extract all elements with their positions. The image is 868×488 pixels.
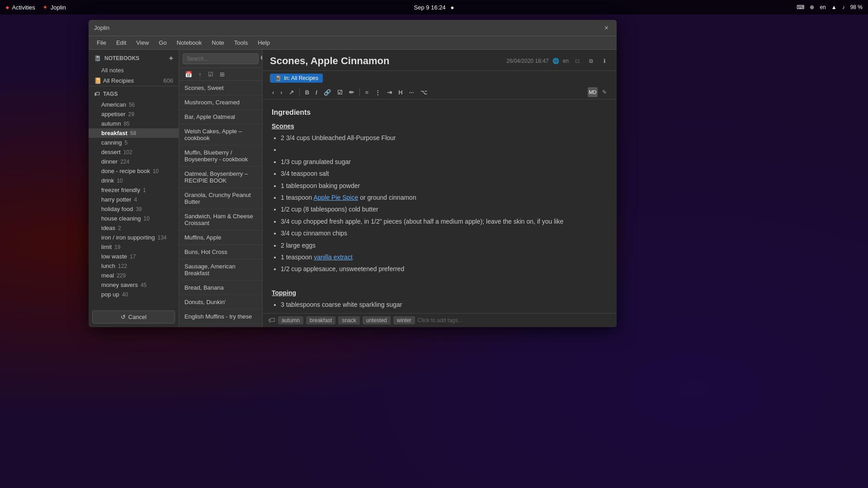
tag-pop-up[interactable]: pop up 40 <box>89 290 179 299</box>
menu-edit[interactable]: Edit <box>112 38 131 48</box>
taskbar-datetime: Sep 9 16:24 <box>414 4 446 11</box>
grid-icon-btn[interactable]: ⊞ <box>217 70 227 79</box>
editor-title: Scones, Apple Cinnamon <box>270 55 389 67</box>
note-mushroom-creamed[interactable]: Mushroom, Creamed <box>179 95 262 110</box>
note-bread-english-muffin[interactable]: Bread, English Muffin <box>179 324 262 327</box>
tag-money-savers[interactable]: money savers 45 <box>89 280 179 290</box>
check-icon-btn[interactable]: ☑ <box>206 70 216 79</box>
menu-file[interactable]: File <box>92 38 111 48</box>
italic-button[interactable]: I <box>313 88 320 97</box>
tag-snack-badge[interactable]: snack <box>338 316 359 324</box>
sidebar-all-notes[interactable]: All notes <box>89 65 179 75</box>
editor-toolbar: ‹ › ↗ B I 🔗 ☑ ✏ ≡ ⋮ ⇥ H ··· ⌥ MD ✎ <box>263 85 617 99</box>
ingredient-8: 3/4 cup chopped fresh apple, in 1/2" pie… <box>281 216 608 226</box>
menu-view[interactable]: View <box>132 38 153 48</box>
note-donuts-dunkin[interactable]: Donuts, Dunkin' <box>179 295 262 310</box>
tag-done-recipe-book[interactable]: done - recipe book 10 <box>89 166 179 176</box>
ordered-list-button[interactable]: ⋮ <box>373 88 383 97</box>
joplin-window: Joplin × File Edit View Go Notebook Note… <box>89 20 617 327</box>
ingredient-9: 3/4 cup cinnamon chips <box>281 228 608 238</box>
menu-help[interactable]: Help <box>253 38 274 48</box>
code-button[interactable]: ⌥ <box>418 88 429 97</box>
taskbar-center: Sep 9 16:24 ● <box>414 4 454 11</box>
tag-holiday-food[interactable]: holiday food 39 <box>89 204 179 214</box>
notes-toolbar: 📅 ↑ ☑ ⊞ <box>179 68 262 81</box>
tag-dinner[interactable]: dinner 224 <box>89 157 179 166</box>
editor-content: Ingredients Scones 2 3/4 cups Unbleached… <box>263 99 617 313</box>
bullet-list-button[interactable]: ≡ <box>363 88 371 97</box>
vanilla-extract-link[interactable]: vanilla extract <box>314 253 353 261</box>
taskbar-joplin[interactable]: ✦ Joplin <box>42 4 66 11</box>
tag-autumn[interactable]: autumn 85 <box>89 119 179 128</box>
note-bar-apple-oatmeal[interactable]: Bar, Apple Oatmeal <box>179 110 262 124</box>
search-input[interactable] <box>183 53 259 64</box>
indent-button[interactable]: ⇥ <box>385 88 394 97</box>
external-link-button[interactable]: ↗ <box>287 88 296 97</box>
menu-tools[interactable]: Tools <box>230 38 252 48</box>
notebook-icon: 📓 <box>94 55 101 61</box>
calendar-icon-btn[interactable]: 📅 <box>183 70 194 79</box>
taskbar-activities[interactable]: ● Activities <box>5 4 35 11</box>
note-oatmeal-boysenberry[interactable]: Oatmeal, Boysenberry – RECIPIE BOOK <box>179 167 262 188</box>
globe-icon: 🌐 <box>552 58 559 64</box>
tag-winter-badge[interactable]: winter <box>393 316 415 324</box>
tag-untested-badge[interactable]: untested <box>363 316 391 324</box>
tag-add-hint[interactable]: Click to add tags... <box>418 317 462 324</box>
editor-notebook-tag[interactable]: 📓 In: All Recipes <box>270 74 323 83</box>
sidebar: 📓 NOTEBOOKS + All notes 📔 All Recipies 6… <box>89 50 179 327</box>
tag-low-waste[interactable]: low waste 17 <box>89 252 179 261</box>
note-bread-banana[interactable]: Bread, Banana <box>179 281 262 295</box>
tag-autumn-badge[interactable]: autumn <box>278 316 303 324</box>
tag-breakfast-badge[interactable]: breakfast <box>306 316 335 324</box>
tag-breakfast[interactable]: breakfast 58 <box>89 128 179 138</box>
bold-button[interactable]: B <box>303 88 311 97</box>
tag-ideas[interactable]: ideas 2 <box>89 223 179 233</box>
note-muffins-apple[interactable]: Muffins, Apple <box>179 230 262 245</box>
menu-notebook[interactable]: Notebook <box>172 38 207 48</box>
note-buns-hot-cross[interactable]: Buns, Hot Cross <box>179 245 262 259</box>
apple-pie-spice-link[interactable]: Apple Pie Spice <box>313 194 358 201</box>
main-layout: 📓 NOTEBOOKS + All notes 📔 All Recipies 6… <box>89 50 617 327</box>
menubar: File Edit View Go Notebook Note Tools He… <box>89 36 617 50</box>
back-button[interactable]: ‹ <box>270 88 276 97</box>
tag-lunch[interactable]: lunch 122 <box>89 261 179 271</box>
tag-appetiser[interactable]: appetiser 29 <box>89 109 179 119</box>
note-sandwich-ham[interactable]: Sandwich, Ham & Cheese Croissant <box>179 209 262 230</box>
scones-subheading: Scones <box>272 121 608 131</box>
note-welsh-cakes[interactable]: Welsh Cakes, Apple – cookbook <box>179 124 262 145</box>
sidebar-notebook-all-recipes[interactable]: 📔 All Recipies 606 <box>89 75 179 86</box>
info-icon[interactable]: ℹ <box>599 56 609 66</box>
note-scones-sweet[interactable]: Scones, Sweet <box>179 81 262 95</box>
edit-view-button[interactable]: ✎ <box>599 87 609 97</box>
tag-iron[interactable]: iron / iron supporting 134 <box>89 233 179 242</box>
more-button[interactable]: ··· <box>407 88 416 97</box>
tag-american[interactable]: American 56 <box>89 100 179 109</box>
checkbox-button[interactable]: ☑ <box>335 88 345 97</box>
maximize-icon[interactable]: □ <box>572 56 582 66</box>
menu-go[interactable]: Go <box>154 38 171 48</box>
note-granola-crunchy[interactable]: Granola, Crunchy Peanut Butter <box>179 188 262 209</box>
menu-note[interactable]: Note <box>207 38 228 48</box>
tag-drink[interactable]: drink 10 <box>89 176 179 185</box>
note-english-muffins[interactable]: English Muffins - try these <box>179 310 262 324</box>
forward-button[interactable]: › <box>278 88 284 97</box>
tag-house-cleaning[interactable]: house cleaning 10 <box>89 214 179 223</box>
heading-button[interactable]: H <box>396 88 405 97</box>
link-button[interactable]: 🔗 <box>321 88 333 97</box>
tag-limit[interactable]: limit 19 <box>89 242 179 252</box>
note-muffin-blueberry[interactable]: Muffin, Blueberry / Boysenberry - cookbo… <box>179 145 262 167</box>
markdown-view-button[interactable]: MD <box>588 87 598 97</box>
tag-canning[interactable]: canning 5 <box>89 138 179 147</box>
tag-harry-potter[interactable]: harry potter 4 <box>89 195 179 204</box>
layout-icon[interactable]: ⧉ <box>586 56 596 66</box>
sort-up-icon-btn[interactable]: ↑ <box>196 70 204 79</box>
activities-icon: ● <box>5 4 9 11</box>
note-sausage-american[interactable]: Sausage, American Breakfast <box>179 259 262 281</box>
tag-dessert[interactable]: dessert 102 <box>89 147 179 157</box>
highlight-button[interactable]: ✏ <box>347 88 356 97</box>
cancel-button[interactable]: ↺ Cancel <box>92 310 175 324</box>
tag-meal[interactable]: meal 229 <box>89 271 179 280</box>
window-close-button[interactable]: × <box>602 23 611 33</box>
tag-freezer-friendly[interactable]: freezer friendly 1 <box>89 185 179 195</box>
add-notebook-button[interactable]: + <box>169 54 173 62</box>
